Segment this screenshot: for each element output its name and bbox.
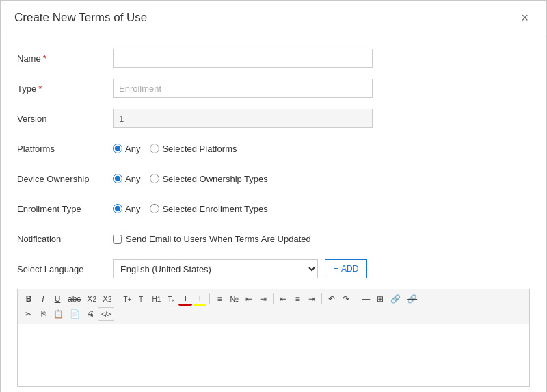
- indent-left-button[interactable]: ⇤: [242, 292, 256, 306]
- device-ownership-radio-group: Any Selected Ownership Types: [113, 174, 268, 184]
- undo-button[interactable]: ↶: [325, 292, 338, 306]
- device-ownership-label: Device Ownership: [17, 174, 113, 184]
- link-button[interactable]: 🔗: [388, 292, 403, 306]
- device-ownership-row: Device Ownership Any Selected Ownership …: [17, 168, 530, 189]
- underline-button[interactable]: U: [51, 292, 64, 306]
- toolbar-row-2: ✂ ⎘ 📋 📄 🖨 </>: [22, 307, 525, 321]
- version-row: Version: [17, 108, 530, 129]
- copy-button[interactable]: ⎘: [36, 307, 50, 321]
- ownership-any-option[interactable]: Any: [113, 174, 140, 184]
- align-center-button[interactable]: ≡: [291, 292, 304, 306]
- version-input: [113, 109, 373, 128]
- version-label: Version: [17, 114, 113, 124]
- ownership-any-radio[interactable]: [113, 174, 122, 183]
- paste-button[interactable]: 📋: [51, 307, 66, 321]
- dialog-header: Create New Terms of Use ×: [1, 1, 546, 34]
- unordered-list-button[interactable]: ≡: [213, 292, 226, 306]
- enrollment-type-label: Enrollment Type: [17, 204, 113, 214]
- language-select[interactable]: English (United States) French (France) …: [113, 259, 318, 278]
- text-format-1-button[interactable]: Tₓ: [164, 292, 178, 306]
- dialog-body: Name* Type* Version Platforms Any: [1, 34, 546, 392]
- ownership-selected-option[interactable]: Selected Ownership Types: [150, 174, 267, 184]
- enrollment-any-radio[interactable]: [113, 204, 122, 213]
- platforms-row: Platforms Any Selected Platforms: [17, 138, 530, 159]
- dialog-title: Create New Terms of Use: [14, 11, 147, 25]
- type-input[interactable]: [113, 79, 373, 98]
- toolbar-separator-3: [273, 293, 274, 304]
- align-right-button[interactable]: ⇥: [305, 292, 319, 306]
- notification-label: Notification: [17, 234, 113, 244]
- notification-checkbox-label[interactable]: Send Email to Users When Terms Are Updat…: [113, 234, 311, 244]
- enrollment-any-option[interactable]: Any: [113, 204, 140, 214]
- platforms-selected-option[interactable]: Selected Platforms: [150, 144, 237, 154]
- superscript-button[interactable]: X2: [100, 292, 115, 306]
- text-color-button[interactable]: T: [178, 292, 192, 306]
- strikethrough-button[interactable]: abc: [65, 292, 83, 306]
- language-select-row: English (United States) French (France) …: [113, 259, 530, 278]
- editor-content-area[interactable]: [18, 324, 529, 386]
- type-label: Type*: [17, 83, 113, 94]
- font-size-up-button[interactable]: T+: [121, 292, 135, 306]
- editor-toolbar: B I U abc X2 X2 T+ T- H1 Tₓ T T ≡ № ⇤: [18, 289, 529, 324]
- enrollment-selected-radio[interactable]: [150, 204, 159, 213]
- align-left-button[interactable]: ⇤: [276, 292, 290, 306]
- add-plus-icon: +: [334, 264, 338, 274]
- ownership-selected-radio[interactable]: [150, 174, 159, 183]
- indent-right-button[interactable]: ⇥: [256, 292, 270, 306]
- name-input[interactable]: [113, 49, 373, 68]
- horizontal-rule-button[interactable]: —: [359, 292, 373, 306]
- name-row: Name*: [17, 48, 530, 68]
- name-label: Name*: [17, 53, 113, 64]
- cut-button[interactable]: ✂: [22, 307, 36, 321]
- subscript-button[interactable]: X2: [84, 292, 99, 306]
- redo-button[interactable]: ↷: [339, 292, 353, 306]
- table-button[interactable]: ⊞: [373, 292, 387, 306]
- type-row: Type*: [17, 78, 530, 99]
- create-terms-dialog: Create New Terms of Use × Name* Type* Ve…: [0, 0, 547, 392]
- toolbar-row-1: B I U abc X2 X2 T+ T- H1 Tₓ T T ≡ № ⇤: [22, 292, 525, 306]
- toolbar-separator-4: [321, 293, 322, 304]
- add-button-label: ADD: [341, 264, 358, 274]
- rich-text-editor: B I U abc X2 X2 T+ T- H1 Tₓ T T ≡ № ⇤: [17, 289, 530, 387]
- select-language-row: Select Language English (United States) …: [17, 259, 530, 279]
- unlink-button[interactable]: 🔗: [404, 292, 420, 306]
- paste-text-button[interactable]: 📄: [67, 307, 83, 321]
- enrollment-selected-option[interactable]: Selected Enrollment Types: [150, 204, 267, 214]
- notification-checkbox-text: Send Email to Users When Terms Are Updat…: [126, 234, 311, 244]
- ordered-list-button[interactable]: №: [227, 292, 241, 306]
- print-button[interactable]: 🖨: [83, 307, 97, 321]
- platforms-selected-radio[interactable]: [150, 144, 159, 153]
- source-button[interactable]: </>: [98, 307, 114, 321]
- select-language-label: Select Language: [17, 264, 113, 274]
- platforms-any-radio[interactable]: [113, 144, 122, 153]
- close-button[interactable]: ×: [517, 10, 533, 25]
- toolbar-separator-2: [209, 293, 210, 304]
- add-language-button[interactable]: + ADD: [325, 259, 367, 278]
- platforms-label: Platforms: [17, 144, 113, 154]
- toolbar-separator-1: [118, 293, 118, 304]
- bold-button[interactable]: B: [22, 292, 36, 306]
- font-size-down-button[interactable]: T-: [135, 292, 149, 306]
- toolbar-separator-5: [356, 293, 356, 304]
- heading-button[interactable]: H1: [150, 292, 164, 306]
- text-highlight-button[interactable]: T: [193, 292, 206, 306]
- italic-button[interactable]: I: [36, 292, 50, 306]
- platforms-radio-group: Any Selected Platforms: [113, 144, 237, 154]
- notification-checkbox[interactable]: [113, 235, 122, 244]
- notification-row: Notification Send Email to Users When Te…: [17, 228, 530, 249]
- enrollment-type-row: Enrollment Type Any Selected Enrollment …: [17, 198, 530, 219]
- platforms-any-option[interactable]: Any: [113, 144, 140, 154]
- enrollment-type-radio-group: Any Selected Enrollment Types: [113, 204, 268, 214]
